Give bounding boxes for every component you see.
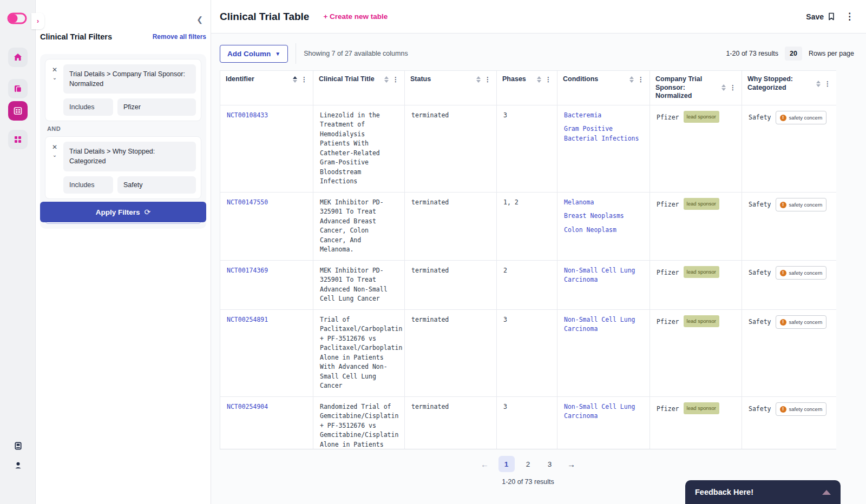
sidebar-item-table-active[interactable] xyxy=(8,101,28,121)
column-menu-kebab-icon[interactable]: ⋮ xyxy=(730,84,736,91)
trial-identifier-link[interactable]: NCT00254904 xyxy=(227,403,268,410)
sort-icon[interactable] xyxy=(293,76,297,83)
sidebar-item-home[interactable] xyxy=(8,48,28,67)
conditions-cell: Non-Small Cell Lung Carcinoma xyxy=(557,309,650,396)
sort-icon[interactable] xyxy=(537,76,541,83)
sort-icon[interactable] xyxy=(721,84,726,91)
column-menu-kebab-icon[interactable]: ⋮ xyxy=(392,76,399,83)
why-stopped-value: Safety xyxy=(749,268,771,278)
next-page-arrow-icon[interactable]: → xyxy=(563,456,580,472)
sort-icon[interactable] xyxy=(476,76,481,83)
warning-icon: ! xyxy=(780,115,786,121)
sponsor-name: Pfizer xyxy=(657,318,679,326)
filter-value-input[interactable]: Safety xyxy=(117,176,196,194)
conditions-cell: MelanomaBreast NeoplasmsColon Neoplasm xyxy=(557,192,650,260)
filter-operator-select[interactable]: Includes xyxy=(63,98,113,116)
why-stopped-cell: Safety ! safety concern xyxy=(742,309,837,396)
sidebar-item-apps[interactable] xyxy=(8,130,28,149)
trial-identifier-link[interactable]: NCT00174369 xyxy=(227,267,268,274)
previous-page-arrow-icon[interactable]: ← xyxy=(477,456,493,472)
why-stopped-cell: Safety ! safety concern xyxy=(742,396,837,449)
filter-operator-select[interactable]: Includes xyxy=(63,176,113,194)
column-header: Status ⋮ xyxy=(405,71,497,105)
page-number-button[interactable]: 2 xyxy=(520,456,536,472)
column-header: Why Stopped: Categorized ⋮ xyxy=(742,71,837,105)
conditions-cell: BacteremiaGram Positive Bacterial Infect… xyxy=(557,105,650,192)
column-menu-kebab-icon[interactable]: ⋮ xyxy=(545,76,552,83)
column-header: Clinical Trial Title ⋮ xyxy=(313,71,405,105)
lead-sponsor-badge: lead sponsor xyxy=(684,111,719,123)
condition-link[interactable]: Non-Small Cell Lung Carcinoma xyxy=(564,403,635,420)
remove-filter-icon[interactable]: ✕ xyxy=(52,67,57,73)
column-header: Company Trial Sponsor: Normalized ⋮ xyxy=(650,71,742,105)
brand-pill-logo[interactable] xyxy=(7,12,28,25)
phases-cell: 3 xyxy=(497,309,557,396)
page-number-button[interactable]: 1 xyxy=(498,456,515,472)
add-column-button[interactable]: Add Column ▼ xyxy=(220,45,288,63)
condition-link[interactable]: Breast Neoplasms xyxy=(564,212,624,220)
sidebar-item-account[interactable] xyxy=(11,459,24,472)
sponsor-name: Pfizer xyxy=(657,405,679,413)
chevron-down-icon[interactable]: ⌄ xyxy=(53,75,57,81)
condition-link[interactable]: Colon Neoplasm xyxy=(564,226,616,234)
column-header-label: Conditions xyxy=(563,75,598,84)
condition-link[interactable]: Non-Small Cell Lung Carcinoma xyxy=(564,267,635,284)
column-menu-kebab-icon[interactable]: ⋮ xyxy=(484,76,491,83)
condition-link[interactable]: Melanoma xyxy=(564,198,594,206)
create-new-table-link[interactable]: + Create new table xyxy=(323,12,388,21)
trial-identifier-link[interactable]: NCT00254891 xyxy=(227,316,268,323)
save-label: Save xyxy=(806,12,824,21)
why-stopped-cell: Safety ! safety concern xyxy=(742,192,837,260)
condition-link[interactable]: Non-Small Cell Lung Carcinoma xyxy=(564,316,635,333)
safety-concern-label: safety concern xyxy=(789,113,823,123)
conditions-cell: Non-Small Cell Lung Carcinoma xyxy=(557,260,650,309)
panel-collapse-chevron-icon[interactable]: ❮ xyxy=(196,15,203,24)
column-header-label: Clinical Trial Title xyxy=(319,75,375,84)
feedback-banner[interactable]: Feedback Here! xyxy=(685,480,841,504)
apply-filters-button[interactable]: Apply Filters ⟳ xyxy=(40,202,206,222)
filter-panel: ❮ Clinical Trial Filters Remove all filt… xyxy=(36,0,211,504)
save-button[interactable]: Save xyxy=(806,12,835,21)
trial-identifier-link[interactable]: NCT00108433 xyxy=(227,111,268,119)
feedback-label: Feedback Here! xyxy=(695,488,753,496)
home-icon xyxy=(13,52,23,62)
sidebar-item-documents[interactable] xyxy=(8,79,28,98)
why-stopped-value: Safety xyxy=(749,200,771,210)
sort-icon[interactable] xyxy=(629,76,634,83)
why-stopped-value: Safety xyxy=(749,404,771,414)
filter-field-select[interactable]: Trial Details > Why Stopped: Categorized xyxy=(63,142,196,171)
filter-value-input[interactable]: Pfizer xyxy=(117,98,196,116)
rows-per-page-select[interactable]: 20 xyxy=(785,47,802,61)
sponsor-cell: Pfizerlead sponsor xyxy=(650,396,742,449)
trial-title-cell: MEK Inhibitor PD-325901 To Treat Advance… xyxy=(313,260,405,309)
column-menu-kebab-icon[interactable]: ⋮ xyxy=(638,76,644,83)
trial-identifier-link[interactable]: NCT00147550 xyxy=(227,198,268,206)
column-menu-kebab-icon[interactable]: ⋮ xyxy=(824,81,831,87)
trial-title-cell: MEK Inhibitor PD-325901 To Treat Advance… xyxy=(313,192,405,260)
column-menu-kebab-icon[interactable]: ⋮ xyxy=(301,76,307,83)
phases-cell: 3 xyxy=(497,105,557,192)
condition-link[interactable]: Bacteremia xyxy=(564,111,601,119)
sidebar-item-docs[interactable] xyxy=(11,439,24,452)
filter-field-select[interactable]: Trial Details > Company Trial Sponsor: N… xyxy=(63,64,196,94)
chevron-down-icon[interactable]: ⌄ xyxy=(53,152,57,158)
warning-icon: ! xyxy=(780,270,786,276)
icon-rail xyxy=(0,0,36,504)
sort-icon[interactable] xyxy=(384,76,389,83)
page-number-button[interactable]: 3 xyxy=(542,456,558,472)
user-icon xyxy=(14,461,23,470)
column-header: Identifier ⋮ xyxy=(220,71,313,105)
sidebar-expand-tab[interactable]: › xyxy=(31,13,44,29)
conditions-cell: Non-Small Cell Lung Carcinoma xyxy=(557,396,650,449)
safety-concern-badge: ! safety concern xyxy=(776,315,827,329)
sponsor-name: Pfizer xyxy=(657,201,679,208)
trial-title-cell: Linezolid in the Treatment of Hemodialys… xyxy=(313,105,405,192)
more-options-kebab-icon[interactable]: ⋮ xyxy=(845,12,854,21)
remove-all-filters-link[interactable]: Remove all filters xyxy=(153,33,206,41)
remove-filter-icon[interactable]: ✕ xyxy=(52,144,57,150)
sort-icon[interactable] xyxy=(816,81,821,87)
lead-sponsor-badge: lead sponsor xyxy=(684,198,719,210)
pagination: ← 123 → xyxy=(220,456,836,472)
condition-link[interactable]: Gram Positive Bacterial Infections xyxy=(564,125,639,142)
why-stopped-value: Safety xyxy=(749,317,771,327)
